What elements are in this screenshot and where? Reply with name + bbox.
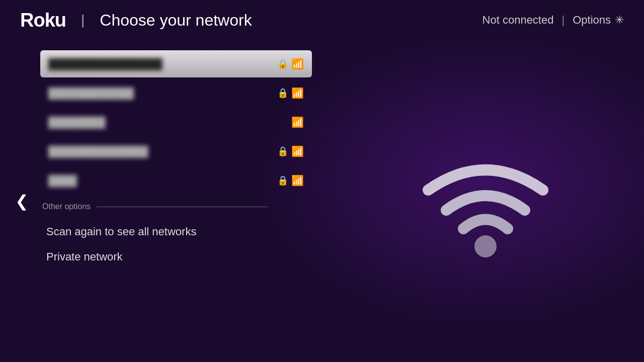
roku-logo: Roku <box>20 10 66 31</box>
header-right: Not connected | Options ✳ <box>482 14 624 27</box>
network-item-5[interactable]: ████ 🔒 📶 <box>40 167 312 194</box>
wifi-icon-4: 📶 <box>291 145 304 157</box>
wifi-icon-5: 📶 <box>291 174 304 187</box>
wifi-icon-3: 📶 <box>291 116 304 128</box>
lock-icon-1: 🔒 <box>277 58 288 69</box>
main-content: ❮ ████████████████ 🔒 📶 ████████████ 🔒 📶 <box>0 40 644 362</box>
network-name-4: ██████████████ <box>48 146 277 157</box>
header-divider: | <box>81 12 85 28</box>
roku-logo-text: Roku <box>20 10 66 31</box>
connection-status: Not connected <box>482 14 554 27</box>
network-icons-1: 🔒 📶 <box>277 58 304 70</box>
svg-point-0 <box>474 235 497 257</box>
network-icons-4: 🔒 📶 <box>277 145 304 157</box>
lock-icon-2: 🔒 <box>277 87 288 99</box>
other-options-divider <box>97 207 268 207</box>
network-item-2[interactable]: ████████████ 🔒 📶 <box>40 79 312 107</box>
wifi-icon-2: 📶 <box>291 87 304 99</box>
network-icons-2: 🔒 📶 <box>277 87 304 99</box>
other-options-label: Other options <box>42 202 91 211</box>
network-item-3[interactable]: ████████ 🔒 📶 <box>40 109 312 136</box>
header: Roku | Choose your network Not connected… <box>0 0 644 40</box>
other-options-header: Other options <box>42 202 327 211</box>
lock-icon-5: 🔒 <box>277 175 288 186</box>
back-button[interactable]: ❮ <box>15 193 29 209</box>
options-button[interactable]: Options ✳ <box>573 14 624 27</box>
network-list: ████████████████ 🔒 📶 ████████████ 🔒 📶 ██… <box>40 50 312 194</box>
network-icons-5: 🔒 📶 <box>277 174 304 187</box>
other-options-section: Other options Scan again to see all netw… <box>40 202 327 269</box>
wifi-visual <box>327 40 644 362</box>
network-name-2: ████████████ <box>48 87 277 99</box>
page-title: Choose your network <box>100 11 252 30</box>
network-name-1: ████████████████ <box>48 58 277 70</box>
wifi-large-icon <box>415 136 556 266</box>
options-label: Options <box>573 14 611 27</box>
header-pipe: | <box>561 14 565 27</box>
private-network-item[interactable]: Private network <box>42 244 327 269</box>
wifi-icon-1: 📶 <box>291 58 304 70</box>
scan-again-item[interactable]: Scan again to see all networks <box>42 219 327 244</box>
lock-icon-4: 🔒 <box>277 146 288 157</box>
scan-again-label: Scan again to see all networks <box>46 225 196 238</box>
network-item-1[interactable]: ████████████████ 🔒 📶 <box>40 50 312 77</box>
network-item-4[interactable]: ██████████████ 🔒 📶 <box>40 138 312 165</box>
network-icons-3: 🔒 📶 <box>277 116 304 128</box>
options-star-icon: ✳ <box>615 14 624 27</box>
private-network-label: Private network <box>46 250 123 263</box>
network-name-5: ████ <box>48 175 277 187</box>
header-left: Roku | Choose your network <box>20 10 252 31</box>
network-name-3: ████████ <box>48 117 277 128</box>
network-panel: ❮ ████████████████ 🔒 📶 ████████████ 🔒 📶 <box>0 40 327 362</box>
